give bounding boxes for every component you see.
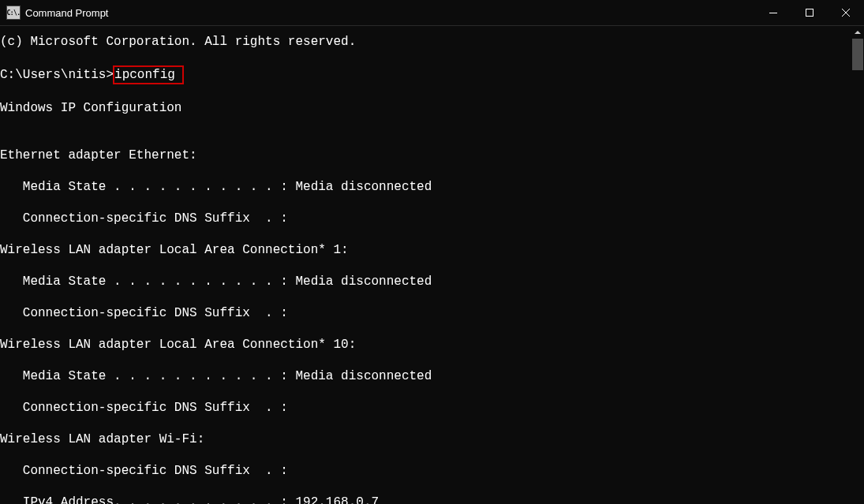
- prompt-line: C:\Users\nitis>ipconfig: [0, 65, 851, 84]
- prompt-path: C:\Users\nitis>: [0, 68, 114, 82]
- close-button[interactable]: [828, 0, 864, 25]
- adapter-line: Connection-specific DNS Suffix . :: [0, 400, 851, 416]
- minimize-icon: [769, 13, 777, 13]
- adapter-title: Wireless LAN adapter Wi-Fi:: [0, 431, 851, 447]
- typed-command: ipconfig: [114, 68, 175, 82]
- maximize-icon: [806, 9, 814, 17]
- copyright-line: (c) Microsoft Corporation. All rights re…: [0, 34, 851, 50]
- adapter-line: Connection-specific DNS Suffix . :: [0, 463, 851, 479]
- adapter-title: Wireless LAN adapter Local Area Connecti…: [0, 337, 851, 353]
- adapter-line: Media State . . . . . . . . . . . : Medi…: [0, 274, 851, 289]
- adapter-line: IPv4 Address. . . . . . . . . . . : 192.…: [0, 495, 851, 504]
- adapter-line: Connection-specific DNS Suffix . :: [0, 305, 851, 321]
- titlebar[interactable]: C:\. Command Prompt: [0, 0, 864, 26]
- svg-marker-4: [855, 31, 861, 34]
- scrollbar-thumb[interactable]: [852, 39, 863, 70]
- terminal-output[interactable]: (c) Microsoft Corporation. All rights re…: [0, 26, 851, 504]
- vertical-scrollbar[interactable]: [851, 26, 864, 504]
- adapter-line: Connection-specific DNS Suffix . :: [0, 211, 851, 226]
- window-title: Command Prompt: [25, 7, 108, 19]
- adapter-title: Wireless LAN adapter Local Area Connecti…: [0, 242, 851, 258]
- window-controls: [755, 0, 864, 25]
- command-prompt-window: C:\. Command Prompt (c) Microsoft Corpor…: [0, 0, 864, 504]
- adapter-line: Media State . . . . . . . . . . . : Medi…: [0, 368, 851, 384]
- close-icon: [842, 9, 850, 17]
- command-highlight: ipconfig: [113, 65, 184, 84]
- titlebar-left: C:\. Command Prompt: [0, 6, 108, 20]
- ip-config-header: Windows IP Configuration: [0, 100, 851, 116]
- adapter-title: Ethernet adapter Ethernet:: [0, 147, 851, 163]
- svg-rect-0: [769, 13, 777, 13]
- maximize-button[interactable]: [791, 0, 828, 25]
- adapter-line: Media State . . . . . . . . . . . : Medi…: [0, 179, 851, 195]
- cmd-icon: C:\.: [6, 6, 21, 20]
- minimize-button[interactable]: [755, 0, 791, 25]
- scroll-up-arrow-icon[interactable]: [851, 26, 864, 39]
- svg-rect-1: [806, 9, 814, 17]
